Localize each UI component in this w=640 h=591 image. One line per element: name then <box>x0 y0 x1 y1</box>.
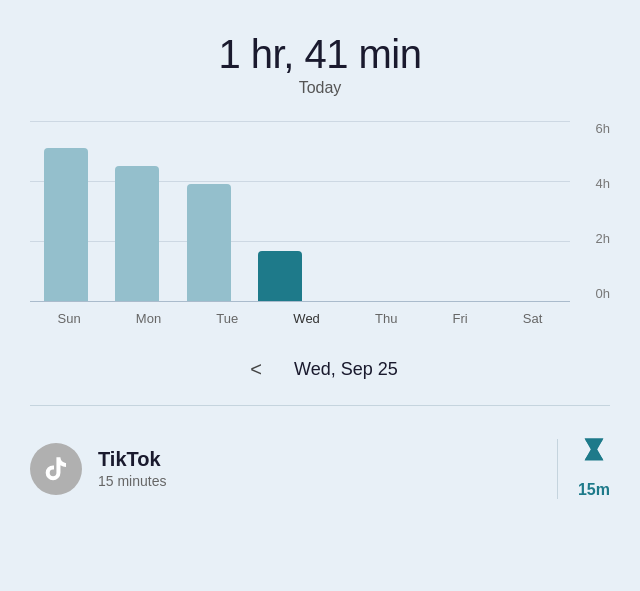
vertical-divider <box>557 439 558 499</box>
app-name: TikTok <box>98 448 537 471</box>
bar-tue-rect <box>187 184 231 301</box>
day-labels-row: Sun Mon Tue Wed Thu Fri Sat <box>30 307 570 326</box>
y-label-6h: 6h <box>596 121 610 136</box>
bar-mon <box>115 166 159 301</box>
y-axis-labels: 6h 4h 2h 0h <box>596 121 610 301</box>
bar-fri <box>401 299 445 301</box>
y-label-2h: 2h <box>596 231 610 246</box>
bar-tue <box>187 184 231 301</box>
day-label-fri: Fri <box>453 311 468 326</box>
app-duration: 15 minutes <box>98 473 537 489</box>
timer-display[interactable]: 15m <box>578 481 610 499</box>
app-info: TikTok 15 minutes <box>98 448 537 489</box>
bar-thu-rect <box>329 299 373 301</box>
bar-sun <box>44 148 88 301</box>
today-label: Today <box>218 79 421 97</box>
bar-sun-rect <box>44 148 88 301</box>
chart-container: 6h 4h 2h 0h <box>30 121 610 326</box>
week-nav: < Wed, Sep 25 <box>242 354 397 385</box>
y-label-4h: 4h <box>596 176 610 191</box>
chart-area: 6h 4h 2h 0h <box>30 121 610 301</box>
day-label-sun: Sun <box>58 311 81 326</box>
day-label-thu: Thu <box>375 311 397 326</box>
day-label-sat: Sat <box>523 311 543 326</box>
bar-sat <box>472 299 516 301</box>
bars-row <box>30 121 530 301</box>
y-label-0h: 0h <box>596 286 610 301</box>
week-label: Wed, Sep 25 <box>294 359 398 380</box>
svg-marker-1 <box>585 449 603 459</box>
bar-thu <box>329 299 373 301</box>
section-divider <box>30 405 610 406</box>
bar-mon-rect <box>115 166 159 301</box>
tiktok-logo <box>42 455 70 483</box>
bar-sat-rect <box>472 299 516 301</box>
bar-wed-rect <box>258 251 302 301</box>
bar-wed <box>258 251 302 301</box>
timer-section: 15m <box>578 438 610 499</box>
bar-fri-rect <box>401 299 445 301</box>
total-time: 1 hr, 41 min <box>218 32 421 77</box>
prev-week-button[interactable]: < <box>242 354 270 385</box>
tiktok-icon <box>30 443 82 495</box>
day-label-mon: Mon <box>136 311 161 326</box>
day-label-tue: Tue <box>216 311 238 326</box>
day-label-wed: Wed <box>293 311 320 326</box>
app-row: TikTok 15 minutes 15m <box>30 426 610 511</box>
hourglass-icon[interactable] <box>580 438 608 477</box>
header-section: 1 hr, 41 min Today <box>218 32 421 97</box>
